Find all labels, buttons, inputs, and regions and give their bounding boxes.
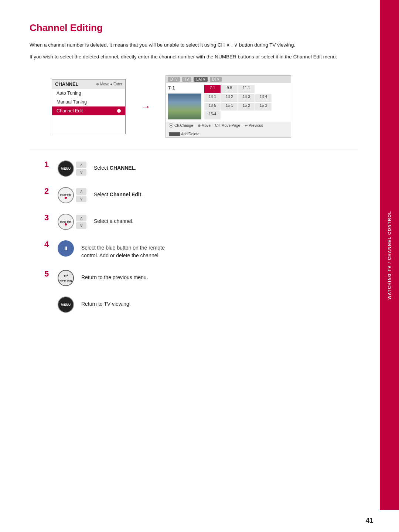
channel-cell-empty1: [255, 85, 272, 93]
step-2-bold: Channel Edit: [110, 192, 141, 197]
channel-number: 7-1: [168, 85, 201, 91]
channel-edit-footer: ● Ch.Change ⊕ Move CH Move Page ↩ Previo…: [166, 122, 291, 138]
tab-dtv[interactable]: DTV: [168, 77, 180, 82]
step-4-text: Select the blue button on the remotecont…: [81, 240, 165, 260]
channel-menu-controls: ⊕ Move ● Enter: [96, 82, 122, 86]
step-2-number: 2: [44, 187, 55, 195]
arrow-down-3[interactable]: ∨: [76, 222, 86, 229]
nav-arrows-3[interactable]: ∧ ∨: [76, 215, 86, 229]
channel-cell-71[interactable]: 7-1: [204, 85, 221, 93]
arrow-up-2[interactable]: ∧: [76, 188, 86, 195]
footer-move: ⊕ Move: [198, 123, 211, 128]
step-5-number: 5: [44, 270, 55, 278]
step-3-text: Select a channel.: [94, 214, 133, 225]
step-5-text: Return to the previous menu.: [81, 270, 148, 281]
step-1-bold: CHANNEL: [110, 165, 135, 171]
add-delete-label: Add/Delete: [181, 132, 199, 136]
footer-add-delete: Add/Delete: [169, 132, 199, 136]
channel-cell-empty7: [255, 111, 272, 119]
return-label: RETURN: [59, 279, 72, 283]
add-delete-bar: [169, 132, 180, 136]
enter-dot-3: [65, 223, 67, 226]
channel-menu-auto-tuning[interactable]: Auto Tuning: [52, 89, 125, 98]
step-3: 3 ENTER ∧ ∨ Select a channel.: [44, 214, 343, 230]
move-icon: ⊕: [198, 123, 201, 128]
nav-arrows-1[interactable]: ∧ ∨: [76, 162, 86, 176]
channel-menu-manual-tuning[interactable]: Manual Tuning: [52, 98, 125, 106]
return-icon: ↩: [64, 273, 68, 279]
footer-ch-move-page: CH Move Page: [215, 123, 240, 128]
channel-menu-title: CHANNEL: [55, 81, 79, 87]
menu-label-6: MENU: [61, 303, 71, 307]
arrow-up-3[interactable]: ∧: [76, 215, 86, 221]
tab-dtv2[interactable]: DTV: [210, 77, 222, 82]
channel-cell-131[interactable]: 13-1: [204, 94, 221, 102]
step-1: 1 MENU ∧ ∨ Select CHANNEL.: [44, 160, 343, 177]
sidebar-label: WATCHING TV / CHANNEL CONTROL: [387, 211, 392, 299]
channel-grid: 7-1 9-5 11-1 13-1 13-2 13-3 13-4 13-5 15…: [204, 85, 289, 119]
channel-cell-empty6: [238, 111, 255, 119]
channel-cell-132[interactable]: 13-2: [221, 94, 238, 102]
channel-cell-empty2: [272, 85, 289, 93]
section-divider: [30, 149, 358, 149]
arrow-down-2[interactable]: ∨: [76, 196, 86, 202]
step-5: 5 ↩ RETURN Return to the previous menu.: [44, 270, 343, 286]
channel-cell-135[interactable]: 13-5: [204, 103, 221, 111]
arrow-down-1[interactable]: ∨: [76, 169, 86, 176]
footer-ch-change: ● Ch.Change: [169, 123, 193, 128]
description-1: When a channel number is deleted, it mea…: [30, 41, 358, 49]
channel-cell-empty4: [272, 103, 289, 111]
footer-previous: ↩ Previous: [245, 123, 263, 128]
tab-catv[interactable]: CATV: [194, 77, 208, 82]
ch-move-label: Move Page: [222, 123, 241, 128]
channel-edit-label: Channel Edit: [57, 108, 83, 113]
diagram-area: CHANNEL ⊕ Move ● Enter Auto Tuning Manua…: [52, 75, 358, 138]
channel-preview-image: [168, 94, 201, 119]
step-6-icons: MENU: [58, 297, 74, 313]
step-1-icons: MENU ∧ ∨: [58, 160, 86, 177]
steps-section: 1 MENU ∧ ∨ Select CHANNEL. 2 ENTER: [30, 160, 358, 313]
pause-icon: ⏸: [63, 245, 68, 251]
channel-menu-header: CHANNEL ⊕ Move ● Enter: [52, 79, 125, 89]
step-4-number: 4: [44, 240, 55, 248]
channel-menu-channel-edit[interactable]: Channel Edit: [52, 106, 125, 115]
ch-change-icon: ●: [169, 123, 173, 128]
page-number: 41: [366, 517, 373, 525]
channel-grid-wrapper: 7-1 9-5 11-1 13-1 13-2 13-3 13-4 13-5 15…: [204, 85, 289, 119]
step-2-icons: ENTER ∧ ∨: [58, 187, 86, 203]
channel-cell-152[interactable]: 15-2: [238, 103, 255, 111]
step-4-icons: ⏸: [58, 240, 74, 257]
arrow-up-1[interactable]: ∧: [76, 162, 86, 168]
blue-pause-button[interactable]: ⏸: [58, 240, 74, 257]
channel-cell-empty8: [272, 111, 289, 119]
channel-cell-empty3: [272, 94, 289, 102]
selected-bullet: [117, 109, 121, 113]
channel-cell-134[interactable]: 13-4: [255, 94, 272, 102]
menu-label-1: MENU: [61, 167, 71, 171]
sidebar: WATCHING TV / CHANNEL CONTROL: [380, 0, 399, 510]
step-3-icons: ENTER ∧ ∨: [58, 214, 86, 230]
channel-cell-151[interactable]: 15-1: [221, 103, 238, 111]
channel-cell-153[interactable]: 15-3: [255, 103, 272, 111]
channel-edit-body: 7-1 7-1 9-5 11-1 13-1 13-2 1: [166, 83, 291, 122]
step-2-text: Select Channel Edit.: [94, 187, 143, 199]
description-2: If you wish to select the deleted channe…: [30, 53, 358, 61]
channel-cell-95[interactable]: 9-5: [221, 85, 238, 93]
step-6-text: Return to TV viewing.: [81, 297, 131, 308]
menu-button-6[interactable]: MENU: [58, 297, 74, 313]
tab-tv[interactable]: TV: [182, 77, 191, 82]
return-button[interactable]: ↩ RETURN: [58, 270, 74, 286]
enter-button-3[interactable]: ENTER: [58, 214, 74, 230]
channel-menu-spacer: [52, 115, 125, 134]
channel-cell-111[interactable]: 11-1: [238, 85, 255, 93]
menu-button-1[interactable]: MENU: [58, 160, 74, 177]
channel-edit-tabs: DTV TV CATV DTV: [166, 76, 291, 83]
ch-move-icon: CH: [215, 123, 220, 128]
channel-cell-154[interactable]: 15-4: [204, 111, 221, 119]
nav-arrows-2[interactable]: ∧ ∨: [76, 188, 86, 202]
step-6: MENU Return to TV viewing.: [44, 297, 343, 313]
enter-button-2[interactable]: ENTER: [58, 187, 74, 203]
ch-change-label: Ch.Change: [174, 123, 193, 128]
channel-cell-133[interactable]: 13-3: [238, 94, 255, 102]
step-4: 4 ⏸ Select the blue button on the remote…: [44, 240, 343, 260]
